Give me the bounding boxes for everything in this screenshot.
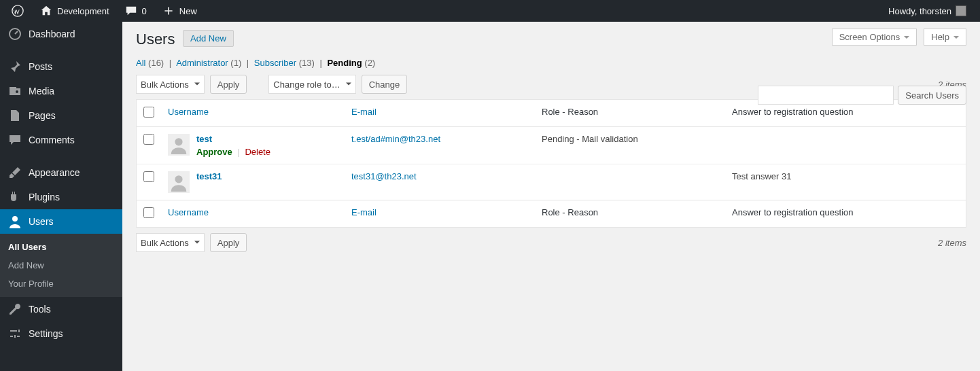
email-link[interactable]: test31@th23.net [351, 171, 417, 181]
select-all-bottom[interactable] [143, 207, 154, 218]
answer-cell: Test answer 31 [725, 164, 966, 200]
chevron-down-icon [904, 36, 909, 41]
col-username-sort[interactable]: Username [168, 107, 209, 117]
sidebar-item-label: Posts [29, 61, 52, 72]
add-new-user-button[interactable]: Add New [183, 30, 234, 47]
svg-point-0 [12, 5, 23, 16]
comments-link[interactable]: 0 [119, 0, 152, 22]
row-actions: Approve | Delete [196, 147, 270, 157]
sidebar-item-label: Plugins [29, 192, 60, 202]
sidebar-item-posts[interactable]: Posts [0, 54, 122, 79]
sidebar-item-label: Users [29, 216, 54, 227]
sidebar-item-label: Settings [29, 328, 63, 339]
comment-icon [8, 133, 22, 147]
submenu-all-users[interactable]: All Users [0, 238, 122, 256]
sidebar-item-label: Tools [29, 304, 51, 315]
col-role: Role - Reason [535, 200, 725, 227]
search-input[interactable] [758, 86, 894, 105]
apply-bulk-button[interactable]: Apply [210, 75, 247, 94]
svg-point-3 [175, 138, 182, 145]
sidebar-item-pages[interactable]: Pages [0, 103, 122, 128]
bulk-actions-select-bottom[interactable]: Bulk Actions [136, 233, 205, 252]
delete-link[interactable]: Delete [245, 147, 270, 157]
answer-cell [725, 127, 966, 164]
col-username-sort[interactable]: Username [168, 207, 209, 217]
col-email-sort[interactable]: E-mail [351, 107, 377, 117]
submenu-add-new[interactable]: Add New [0, 256, 122, 275]
svg-point-2 [12, 216, 18, 222]
main-content: Screen Options Help Users Add New Search… [122, 22, 980, 371]
search-box: Search Users [758, 86, 966, 105]
table-row: test Approve | Delete t.est/ad#min@th23.… [137, 127, 966, 164]
sidebar-item-tools[interactable]: Tools [0, 297, 122, 321]
sidebar-item-label: Media [29, 86, 54, 96]
apply-bulk-button-bottom[interactable]: Apply [210, 233, 247, 252]
sidebar-item-plugins[interactable]: Plugins [0, 185, 122, 209]
sidebar-item-label: Comments [29, 135, 75, 145]
new-content-label: New [179, 6, 197, 16]
tablenav-bottom: Bulk Actions Apply 2 items [136, 233, 966, 252]
avatar-icon [956, 5, 966, 16]
page-icon [8, 109, 22, 122]
pin-icon [8, 60, 22, 73]
sidebar-item-users[interactable]: Users [0, 209, 122, 234]
row-checkbox[interactable] [143, 134, 154, 145]
page-title: Users [136, 31, 175, 48]
help-label: Help [931, 32, 949, 42]
sidebar-item-settings[interactable]: Settings [0, 321, 122, 346]
sidebar-item-label: Dashboard [29, 29, 75, 39]
screen-options-label: Screen Options [839, 32, 900, 42]
user-icon [8, 215, 22, 228]
sidebar-item-label: Pages [29, 110, 56, 121]
row-checkbox[interactable] [143, 171, 154, 182]
avatar-icon [168, 134, 190, 156]
submenu-your-profile[interactable]: Your Profile [0, 275, 122, 293]
filter-administrator[interactable]: Administrator (1) [176, 58, 241, 68]
col-answer: Answer to registration question [725, 200, 966, 227]
sidebar-item-label: Appearance [29, 167, 80, 178]
change-role-button[interactable]: Change [362, 75, 408, 94]
admin-bar: Development 0 New Howdy, thorsten [0, 0, 980, 22]
sidebar-item-comments[interactable]: Comments [0, 128, 122, 152]
sidebar-item-appearance[interactable]: Appearance [0, 160, 122, 185]
wordpress-icon [11, 4, 24, 18]
howdy-text: Howdy, thorsten [888, 6, 951, 16]
sidebar-submenu-users: All Users Add New Your Profile [0, 234, 122, 297]
col-email-sort[interactable]: E-mail [351, 207, 377, 217]
sidebar-item-media[interactable]: Media [0, 79, 122, 103]
comments-count: 0 [142, 6, 147, 16]
chevron-down-icon [953, 36, 959, 41]
bulk-actions-select[interactable]: Bulk Actions [136, 75, 205, 94]
brush-icon [8, 166, 22, 179]
change-role-select[interactable]: Change role to… [268, 75, 355, 94]
avatar-icon [168, 171, 190, 193]
sidebar-item-dashboard[interactable]: Dashboard [0, 22, 122, 46]
email-link[interactable]: t.est/ad#min@th23.net [351, 134, 440, 144]
site-name-label: Development [57, 6, 109, 16]
wrench-icon [8, 302, 22, 316]
filter-subscriber[interactable]: Subscriber (13) [254, 58, 315, 68]
svg-point-4 [175, 175, 182, 183]
table-row: test31 test31@th23.net Test answer 31 [137, 164, 966, 200]
screen-options-button[interactable]: Screen Options [832, 29, 917, 46]
username-link[interactable]: test [196, 134, 212, 144]
admin-sidebar: Dashboard Posts Media Pages Comments App… [0, 22, 122, 371]
role-cell: Pending - Mail validation [535, 127, 725, 164]
help-button[interactable]: Help [924, 29, 966, 46]
filter-all[interactable]: All (16) [136, 58, 164, 68]
comment-icon [124, 4, 138, 18]
filter-pending[interactable]: Pending (2) [327, 58, 375, 68]
search-users-button[interactable]: Search Users [898, 86, 966, 105]
my-account[interactable]: Howdy, thorsten [883, 0, 972, 22]
home-icon [39, 4, 53, 18]
select-all-top[interactable] [143, 107, 154, 118]
dashboard-icon [8, 27, 22, 41]
wp-logo[interactable] [5, 0, 30, 22]
plus-icon [162, 4, 175, 18]
col-role: Role - Reason [535, 100, 725, 127]
username-link[interactable]: test31 [196, 171, 222, 181]
plug-icon [8, 190, 22, 204]
new-content-link[interactable]: New [156, 0, 203, 22]
approve-link[interactable]: Approve [196, 147, 232, 157]
site-name-link[interactable]: Development [34, 0, 115, 22]
